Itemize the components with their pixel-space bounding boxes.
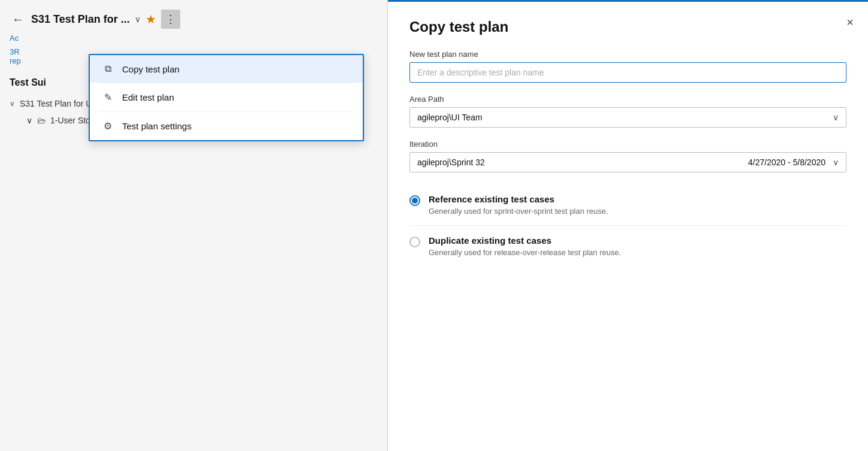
area-path-value: agileproj\UI Team [417,113,482,122]
menu-item-edit-label: Edit test plan [122,92,174,102]
more-dots-icon: ⋮ [165,13,176,26]
left-header: ← S31 Test Plan for ... ∨ ★ ⋮ [0,0,387,34]
menu-item-edit[interactable]: ✎ Edit test plan [90,83,363,111]
radio-duplicate-content: Duplicate existing test cases Generally … [429,235,621,257]
radio-item-duplicate[interactable]: Duplicate existing test cases Generally … [409,226,846,267]
panel-title: Copy test plan [409,19,846,35]
area-path-chevron-icon: ∨ [833,113,839,122]
edit-icon: ✎ [102,92,114,103]
right-panel: Copy test plan × New test plan name Area… [388,0,868,451]
area-path-select[interactable]: agileproj\UI Team ∨ [409,107,846,128]
radio-reference-label: Reference existing test cases [429,194,608,204]
iteration-label: Iteration [409,140,846,149]
radio-duplicate-button[interactable] [409,237,420,247]
plan-title: S31 Test Plan for ... [31,13,130,26]
left-link[interactable]: rep [10,56,21,65]
menu-item-settings[interactable]: ⚙ Test plan settings [90,112,363,140]
radio-reference-button[interactable] [409,195,420,206]
name-field-label: New test plan name [409,50,846,59]
left-panel: ← S31 Test Plan for ... ∨ ★ ⋮ Ac 3R rep … [0,0,388,451]
radio-section: Reference existing test cases Generally … [409,184,846,267]
menu-item-settings-label: Test plan settings [122,121,192,131]
area-path-label: Area Path [409,95,846,104]
copy-icon: ⧉ [102,63,114,74]
context-menu: ⧉ Copy test plan ✎ Edit test plan ⚙ Test… [89,54,364,141]
back-button[interactable]: ← [10,10,26,29]
radio-reference-desc: Generally used for sprint-over-sprint te… [429,207,608,216]
iteration-select[interactable]: agileproj\Sprint 32 4/27/2020 - 5/8/2020… [409,152,846,172]
more-options-button[interactable]: ⋮ [161,10,180,29]
star-icon[interactable]: ★ [145,12,156,26]
expand-icon: ∨ [10,99,15,108]
folder-icon: 🗁 [37,116,45,125]
new-plan-name-input[interactable] [409,62,846,83]
iteration-name: agileproj\Sprint 32 [417,158,485,167]
chevron-down-icon[interactable]: ∨ [135,14,141,24]
menu-item-copy-label: Copy test plan [122,64,180,74]
radio-duplicate-label: Duplicate existing test cases [429,235,621,246]
iteration-dates: 4/27/2020 - 5/8/2020 [748,158,825,167]
left-sub-row1: Ac [0,34,387,47]
menu-item-copy[interactable]: ⧉ Copy test plan [90,55,363,83]
settings-icon: ⚙ [102,120,114,132]
radio-duplicate-desc: Generally used for release-over-release … [429,248,621,257]
iteration-chevron-icon: ∨ [833,158,839,167]
sub-expand-icon: ∨ [26,116,32,125]
radio-item-reference[interactable]: Reference existing test cases Generally … [409,184,846,226]
radio-reference-content: Reference existing test cases Generally … [429,194,608,216]
close-button[interactable]: × [846,16,854,28]
